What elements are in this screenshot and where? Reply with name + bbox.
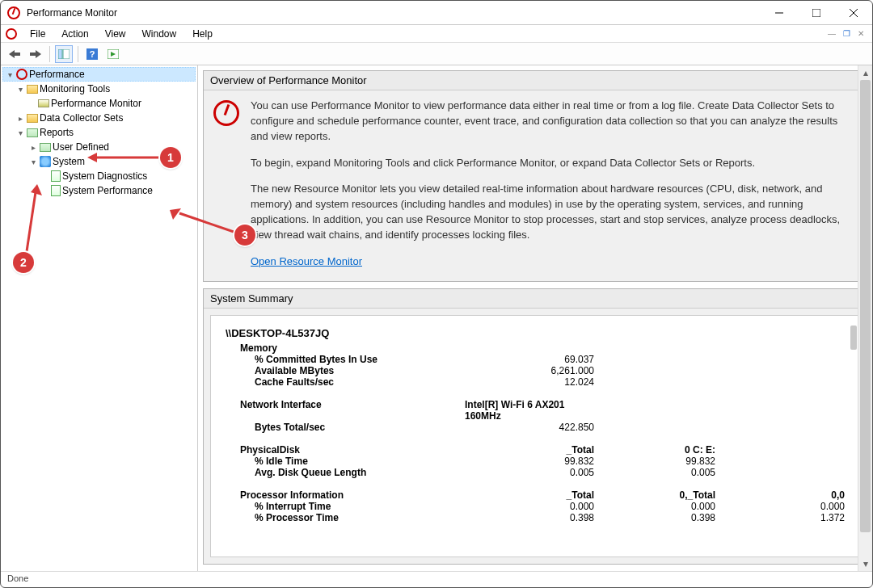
summary-header: System Summary [204, 289, 867, 309]
svg-rect-7 [63, 49, 70, 59]
nav-forward-button[interactable] [27, 45, 44, 63]
toolbar-divider-2 [78, 46, 78, 62]
menu-window[interactable]: Window [136, 27, 183, 41]
monitor-icon [38, 99, 49, 107]
scroll-down-icon[interactable]: ▾ [858, 556, 872, 571]
main-panel: Overview of Performance Monitor You can … [198, 65, 872, 571]
tree-node-system[interactable]: ▾ System [2, 154, 196, 169]
overview-paragraph: The new Resource Monitor lets you view d… [251, 182, 857, 242]
tree-node-reports[interactable]: ▾ Reports [2, 125, 196, 140]
tree-node-perfmon[interactable]: Performance Monitor [2, 96, 196, 111]
overview-body: You can use Performance Monitor to view … [204, 90, 867, 281]
system-icon [40, 156, 51, 167]
chevron-down-icon: ▾ [15, 85, 25, 94]
report-icon [51, 185, 61, 196]
summary-row: % Idle Time99.83299.832 [226, 456, 845, 467]
mdi-minimize[interactable]: — [825, 28, 838, 40]
tree-node-system-performance[interactable]: System Performance [2, 183, 196, 198]
summary-row: Avg. Disk Queue Length0.0050.005 [226, 467, 845, 478]
tree-label: Reports [40, 127, 74, 138]
nav-back-button[interactable] [6, 45, 23, 63]
mdi-restore[interactable]: ❐ [840, 28, 853, 40]
svg-marker-4 [9, 50, 20, 58]
folder-icon [27, 85, 38, 94]
navigation-tree[interactable]: ▾ Performance ▾ Monitoring Tools Perform… [1, 65, 198, 571]
summary-hostname: \\DESKTOP-4L537JQ [226, 327, 845, 339]
menubar: File Action View Window Help — ❐ ✕ [1, 25, 872, 43]
reports-folder-icon [40, 143, 51, 152]
scrollbar-thumb[interactable] [860, 80, 871, 532]
summary-row: % Committed Bytes In Use69.037 [226, 354, 845, 365]
tree-label: System Performance [62, 185, 153, 196]
report-icon [51, 170, 61, 182]
tree-node-user-defined[interactable]: ▸ User Defined [2, 140, 196, 154]
scroll-up-icon[interactable]: ▴ [858, 65, 872, 80]
summary-row: % Processor Time0.3980.3981.372 [226, 512, 845, 523]
summary-category-network: Network InterfaceIntel[R] Wi-Fi 6 AX201 … [226, 399, 845, 422]
summary-body[interactable]: \\DESKTOP-4L537JQ Memory % Committed Byt… [210, 315, 860, 557]
folder-icon [27, 114, 38, 123]
tree-label: Performance [29, 69, 85, 80]
titlebar: Performance Monitor [1, 1, 872, 25]
tree-label: System [53, 156, 85, 167]
summary-category-processor: Processor Information_Total0,_Total0,0 [226, 489, 845, 501]
tree-label: Performance Monitor [51, 98, 141, 109]
chevron-right-icon: ▸ [28, 143, 38, 152]
menu-view[interactable]: View [99, 27, 133, 41]
window-controls [761, 1, 872, 24]
overview-paragraph: To begin, expand Monitoring Tools and cl… [251, 156, 857, 171]
chevron-right-icon: ▸ [15, 114, 25, 123]
window-title: Performance Monitor [27, 7, 761, 19]
menu-action[interactable]: Action [55, 27, 95, 41]
summary-row: Available MBytes6,261.000 [226, 365, 845, 376]
svg-rect-6 [58, 49, 62, 59]
summary-row: % Interrupt Time0.0000.0000.000 [226, 501, 845, 512]
overview-paragraph: You can use Performance Monitor to view … [251, 99, 857, 145]
app-window: Performance Monitor File Action View Win… [0, 0, 873, 588]
run-button[interactable] [104, 45, 122, 63]
chevron-down-icon: ▾ [15, 128, 25, 137]
summary-category-memory: Memory [226, 342, 845, 354]
toolbar: ? [1, 43, 872, 65]
tree-node-data-collector-sets[interactable]: ▸ Data Collector Sets [2, 111, 196, 125]
tree-label: System Diagnostics [62, 170, 147, 182]
open-resource-monitor-link[interactable]: Open Resource Monitor [251, 255, 362, 267]
mdi-controls: — ❐ ✕ [825, 28, 867, 40]
summary-panel: System Summary \\DESKTOP-4L537JQ Memory … [203, 288, 867, 565]
svg-text:?: ? [90, 49, 95, 59]
menu-help[interactable]: Help [186, 27, 219, 41]
app-icon [7, 6, 20, 19]
inner-scrollbar-thumb[interactable] [850, 326, 857, 350]
tree-label: User Defined [53, 141, 109, 153]
chevron-down-icon: ▾ [5, 70, 15, 79]
summary-category-disk: PhysicalDisk_Total0 C: E: [226, 444, 845, 456]
menu-file[interactable]: File [23, 27, 52, 41]
minimize-button[interactable] [761, 1, 798, 24]
overview-icon [213, 100, 239, 126]
toolbar-divider [49, 46, 50, 62]
performance-icon [16, 69, 27, 80]
overview-panel: Overview of Performance Monitor You can … [203, 70, 867, 282]
svg-marker-5 [30, 50, 41, 58]
mdi-close[interactable]: ✕ [854, 28, 867, 40]
app-icon-small [6, 28, 17, 40]
overview-header: Overview of Performance Monitor [204, 71, 867, 90]
chevron-down-icon: ▾ [28, 158, 38, 166]
svg-marker-11 [111, 52, 116, 57]
tree-node-performance[interactable]: ▾ Performance [2, 67, 196, 82]
maximize-button[interactable] [798, 1, 835, 24]
content-area: ▾ Performance ▾ Monitoring Tools Perform… [1, 65, 872, 571]
tree-node-monitoring-tools[interactable]: ▾ Monitoring Tools [2, 82, 196, 96]
status-text: Done [7, 573, 28, 583]
show-hide-tree-button[interactable] [55, 45, 73, 63]
help-button[interactable]: ? [83, 45, 101, 63]
statusbar: Done [1, 571, 872, 587]
main-scrollbar[interactable]: ▴ ▾ [858, 65, 872, 571]
close-button[interactable] [835, 1, 872, 24]
summary-row: Cache Faults/sec12.024 [226, 376, 845, 388]
reports-folder-icon [27, 128, 38, 137]
tree-node-system-diagnostics[interactable]: System Diagnostics [2, 169, 196, 183]
summary-row: Bytes Total/sec422.850 [226, 422, 845, 433]
overview-text: You can use Performance Monitor to view … [251, 99, 857, 270]
tree-label: Monitoring Tools [40, 83, 110, 94]
